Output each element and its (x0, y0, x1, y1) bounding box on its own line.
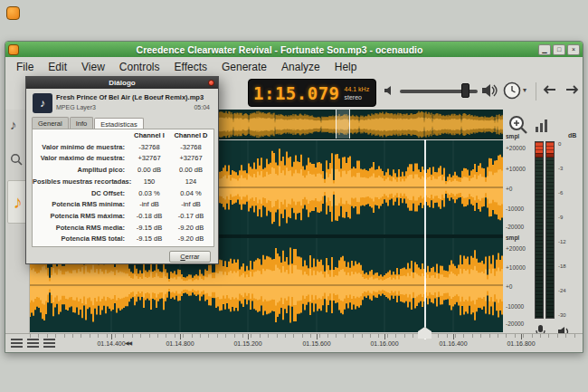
stat-value: -inf dB (128, 199, 170, 211)
db-tick: -30 (558, 312, 582, 318)
dialog-file-format: MPEG Layer3 (56, 104, 96, 110)
sample-tick: +10000 (506, 166, 535, 172)
view-region-indicator (336, 110, 350, 139)
list-view-icon[interactable] (27, 339, 39, 348)
menu-controls[interactable]: Controls (112, 59, 167, 75)
sample-unit-label: smpl (506, 133, 535, 139)
window-titlebar[interactable]: Creedence Clearwater Revival - Fortunate… (5, 42, 583, 57)
ruler-label: 01.16.800 (498, 340, 544, 347)
sample-rate-label: 44.1 kHz (345, 85, 370, 93)
level-meter-right (545, 141, 555, 319)
playlist-view-icon[interactable] (11, 339, 23, 348)
stat-value: -0.18 dB (128, 211, 170, 223)
ruler-tick (317, 334, 318, 339)
ruler-label: 01.14.800 (157, 340, 203, 347)
playhead-cursor-line[interactable] (424, 139, 426, 339)
sample-tick: -20000 (506, 320, 535, 327)
volume-low-icon (384, 84, 396, 97)
dialog-tabs: General Info Estadísticas (32, 117, 144, 129)
dialog-title: Diálogo (109, 79, 135, 87)
ruler-label: 01.15.600 (294, 340, 339, 347)
ruler-label: 01.16.000 (362, 340, 407, 347)
stat-label: Potencia RMS media: (33, 223, 128, 234)
stat-value: -inf dB (170, 199, 212, 211)
levels-icon[interactable] (536, 118, 548, 132)
navigate-forward-icon[interactable] (563, 83, 581, 96)
toolbar-separator (536, 82, 536, 100)
stat-label: Posibles muestras recortadas: (33, 177, 128, 188)
stat-label: Valor máximo de muestra: (33, 153, 128, 165)
desktop: Creedence Clearwater Revival - Fortunate… (0, 0, 588, 392)
menu-analyze[interactable]: Analyze (274, 59, 327, 75)
cerrar-button[interactable]: Cerrar (169, 251, 211, 263)
sample-tick: -10000 (506, 206, 535, 212)
search-icon[interactable] (10, 153, 24, 167)
dialog-file-icon: ♪ (33, 93, 52, 113)
db-tick: -24 (558, 288, 582, 293)
menu-file[interactable]: File (9, 59, 41, 75)
maximize-button[interactable]: □ (553, 44, 565, 55)
ruler-label: 01.14.400 (89, 340, 134, 347)
stat-value: 0.03 % (128, 188, 170, 200)
stat-value: 0.00 dB (128, 165, 170, 177)
time-ruler[interactable]: ◀◀ 01.14.400 01.14.800 01.15.200 01.15.6… (5, 333, 583, 351)
orange-note-icon: ♪ (14, 192, 23, 213)
minimize-button[interactable]: ▁ (538, 44, 551, 55)
volume-high-icon (481, 82, 498, 99)
column-header: Channel D (170, 130, 212, 142)
tab-info[interactable]: Info (70, 117, 94, 129)
duration-clock-icon[interactable] (502, 81, 522, 100)
close-button[interactable]: × (567, 44, 580, 55)
stat-value: +32767 (170, 153, 212, 165)
app-icon (8, 44, 19, 55)
stat-value: -32768 (170, 142, 212, 154)
grid-view-icon[interactable] (43, 339, 55, 348)
menu-generate[interactable]: Generate (214, 59, 274, 75)
stat-label: Potencia RMS mínima: (33, 199, 128, 211)
menu-edit[interactable]: Edit (41, 59, 74, 75)
desktop-app-icon[interactable] (6, 6, 20, 20)
stat-value: +32767 (128, 153, 170, 165)
dialog-file-title: Fresh Prince Of Bel Air (Le Boeuf Remix)… (56, 93, 215, 101)
stat-value: 124 (170, 177, 212, 188)
time-digits: 1:15.079 (253, 83, 340, 103)
volume-slider-handle[interactable] (461, 83, 469, 98)
dialog-file-duration: 05:04 (194, 104, 210, 110)
level-meter-left (535, 141, 544, 319)
clock-dropdown-icon[interactable]: ▾ (523, 87, 526, 94)
stat-value: -32768 (128, 142, 170, 154)
statistics-panel: Channel I Channel D Valor mínimo de mues… (32, 129, 214, 247)
statistics-table: Channel I Channel D Valor mínimo de mues… (33, 130, 213, 245)
stat-value: -9.15 dB (128, 223, 170, 234)
menu-help[interactable]: Help (327, 59, 365, 75)
ruler-tick (384, 334, 385, 339)
audio-file-icon[interactable]: ♪ (10, 117, 17, 132)
dialog-titlebar[interactable]: Diálogo (26, 77, 218, 89)
sample-tick: +0 (506, 283, 535, 290)
db-tick: -3 (558, 166, 582, 171)
menu-effects[interactable]: Effects (167, 59, 214, 75)
note-icon: ♪ (40, 97, 45, 110)
time-display: 1:15.079 44.1 kHz stereo (248, 79, 376, 107)
menu-view[interactable]: View (74, 59, 112, 75)
window-title: Creedence Clearwater Revival - Fortunate… (23, 44, 536, 55)
stat-value: -9.15 dB (128, 234, 170, 245)
ruler-tick (111, 334, 112, 339)
ruler-label: 01.15.200 (225, 340, 270, 347)
db-tick: -18 (558, 263, 582, 269)
sample-tick: -20000 (506, 224, 535, 230)
sample-tick: +0 (506, 186, 535, 192)
tab-general[interactable]: General (32, 117, 69, 129)
stat-label: Potencia RMS total: (33, 234, 128, 245)
ruler-tick (453, 334, 454, 339)
menu-bar: File Edit View Controls Effects Generate… (5, 57, 583, 77)
ruler-minor-ticks (30, 334, 583, 338)
sample-unit-label: smpl (506, 234, 535, 241)
dialog-close-button[interactable] (208, 80, 214, 86)
stat-value: 150 (128, 177, 170, 188)
stat-label: DC Offset: (33, 188, 128, 200)
stat-label: Potencia RMS máxima: (33, 211, 128, 223)
ruler-label: 01.16.400 (431, 340, 476, 347)
statistics-dialog: Diálogo ♪ Fresh Prince Of Bel Air (Le Bo… (25, 76, 219, 264)
navigate-back-icon[interactable] (541, 83, 559, 96)
